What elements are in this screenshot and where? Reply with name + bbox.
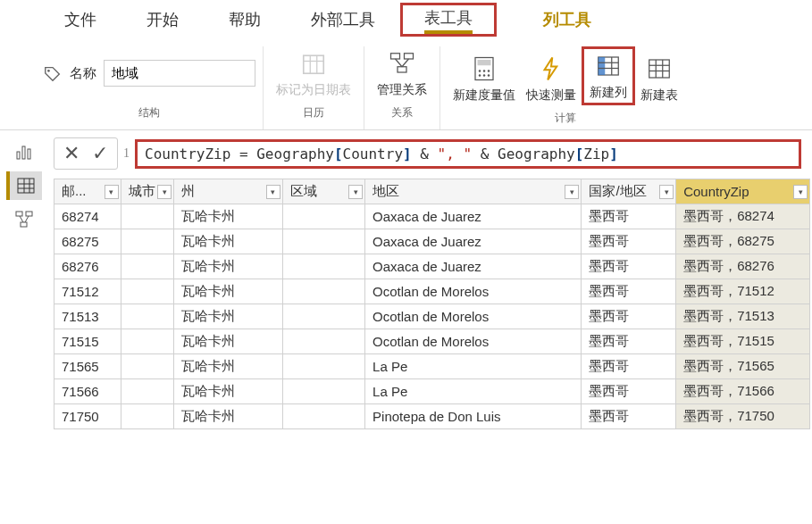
- cell[interactable]: 71513: [54, 304, 121, 329]
- table-row[interactable]: 71565瓦哈卡州La Pe墨西哥墨西哥，71565: [54, 354, 810, 379]
- table-row[interactable]: 71513瓦哈卡州Ocotlan de Morelos墨西哥墨西哥，71513: [54, 304, 810, 329]
- cell[interactable]: 71512: [54, 279, 121, 304]
- menu-ext-tools[interactable]: 外部工具: [286, 9, 400, 30]
- quick-measure-button[interactable]: 快速测量: [521, 52, 582, 105]
- cell[interactable]: 墨西哥: [582, 379, 676, 404]
- cell[interactable]: 墨西哥，71750: [676, 404, 810, 429]
- cell[interactable]: 墨西哥: [582, 404, 676, 429]
- cell[interactable]: [282, 354, 365, 379]
- cell[interactable]: [121, 279, 173, 304]
- formula-confirm-button[interactable]: ✓: [92, 142, 108, 165]
- cell[interactable]: 墨西哥，68276: [676, 254, 810, 279]
- cell[interactable]: 瓦哈卡州: [174, 329, 282, 354]
- cell[interactable]: 68276: [54, 254, 121, 279]
- cell[interactable]: 墨西哥: [582, 279, 676, 304]
- table-row[interactable]: 68276瓦哈卡州Oaxaca de Juarez墨西哥墨西哥，68276: [54, 254, 810, 279]
- cell[interactable]: [282, 379, 365, 404]
- cell[interactable]: Oaxaca de Juarez: [365, 254, 582, 279]
- cell[interactable]: [121, 404, 173, 429]
- cell[interactable]: 墨西哥，71513: [676, 304, 810, 329]
- cell[interactable]: 墨西哥: [582, 354, 676, 379]
- menu-file[interactable]: 文件: [39, 9, 121, 30]
- column-header[interactable]: 地区▾: [365, 179, 582, 204]
- menu-help[interactable]: 帮助: [204, 9, 286, 30]
- cell[interactable]: Ocotlan de Morelos: [365, 304, 582, 329]
- cell[interactable]: 墨西哥，71566: [676, 379, 810, 404]
- cell[interactable]: 墨西哥，68275: [676, 229, 810, 254]
- menu-column-tools[interactable]: 列工具: [518, 9, 616, 30]
- cell[interactable]: 瓦哈卡州: [174, 279, 282, 304]
- table-name-input[interactable]: [104, 60, 255, 87]
- data-grid[interactable]: 邮...▾城市▾州▾区域▾地区▾国家/地区▾CountryZip▾ 68274瓦…: [54, 179, 810, 429]
- cell[interactable]: Oaxaca de Juarez: [365, 229, 582, 254]
- cell[interactable]: Oaxaca de Juarez: [365, 204, 582, 229]
- cell[interactable]: [282, 229, 365, 254]
- new-table-button[interactable]: 新建表: [635, 52, 683, 105]
- cell[interactable]: 瓦哈卡州: [174, 354, 282, 379]
- column-header[interactable]: 州▾: [174, 179, 282, 204]
- manage-relationships-button[interactable]: 管理关系: [372, 46, 432, 100]
- cell[interactable]: La Pe: [365, 354, 582, 379]
- cell[interactable]: [282, 329, 365, 354]
- cell[interactable]: [282, 404, 365, 429]
- cell[interactable]: [121, 354, 173, 379]
- new-measure-button[interactable]: 新建度量值: [448, 52, 521, 105]
- cell[interactable]: 71750: [54, 404, 121, 429]
- table-row[interactable]: 71566瓦哈卡州La Pe墨西哥墨西哥，71566: [54, 379, 810, 404]
- cell[interactable]: 瓦哈卡州: [174, 254, 282, 279]
- cell[interactable]: [282, 304, 365, 329]
- cell[interactable]: Pinotepa de Don Luis: [365, 404, 582, 429]
- cell[interactable]: 墨西哥，71515: [676, 329, 810, 354]
- cell[interactable]: 墨西哥: [582, 254, 676, 279]
- formula-input[interactable]: CountryZip = Geography[Country] & ", " &…: [135, 139, 801, 169]
- column-filter-dropdown-icon[interactable]: ▾: [266, 185, 280, 199]
- cell[interactable]: [282, 204, 365, 229]
- cell[interactable]: [282, 279, 365, 304]
- menu-table-tools[interactable]: 表工具: [405, 7, 492, 34]
- formula-cancel-button[interactable]: ✕: [63, 142, 80, 165]
- cell[interactable]: 瓦哈卡州: [174, 229, 282, 254]
- cell[interactable]: [121, 204, 173, 229]
- column-filter-dropdown-icon[interactable]: ▾: [157, 185, 172, 199]
- cell[interactable]: La Pe: [365, 379, 582, 404]
- cell[interactable]: 71515: [54, 329, 121, 354]
- cell[interactable]: 瓦哈卡州: [174, 204, 282, 229]
- column-filter-dropdown-icon[interactable]: ▾: [659, 185, 674, 199]
- column-header[interactable]: 国家/地区▾: [582, 179, 676, 204]
- cell[interactable]: Ocotlan de Morelos: [365, 279, 582, 304]
- table-row[interactable]: 71512瓦哈卡州Ocotlan de Morelos墨西哥墨西哥，71512: [54, 279, 810, 304]
- cell[interactable]: 墨西哥: [582, 329, 676, 354]
- cell[interactable]: [121, 329, 173, 354]
- cell[interactable]: [121, 304, 173, 329]
- cell[interactable]: 71565: [54, 354, 121, 379]
- column-header[interactable]: CountryZip▾: [676, 179, 810, 204]
- table-row[interactable]: 71515瓦哈卡州Ocotlan de Morelos墨西哥墨西哥，71515: [54, 329, 810, 354]
- cell[interactable]: 68274: [54, 204, 121, 229]
- model-view-button[interactable]: [6, 205, 42, 234]
- column-header[interactable]: 区域▾: [282, 179, 365, 204]
- menu-home[interactable]: 开始: [121, 9, 204, 30]
- cell[interactable]: 瓦哈卡州: [174, 379, 282, 404]
- table-row[interactable]: 68275瓦哈卡州Oaxaca de Juarez墨西哥墨西哥，68275: [54, 229, 810, 254]
- report-view-button[interactable]: [6, 137, 42, 166]
- cell[interactable]: [282, 254, 365, 279]
- cell[interactable]: [121, 379, 173, 404]
- column-header[interactable]: 邮...▾: [54, 179, 121, 204]
- column-header[interactable]: 城市▾: [121, 179, 173, 204]
- cell[interactable]: 墨西哥，71565: [676, 354, 810, 379]
- cell[interactable]: 墨西哥，71512: [676, 279, 810, 304]
- cell[interactable]: [121, 254, 173, 279]
- table-row[interactable]: 71750瓦哈卡州Pinotepa de Don Luis墨西哥墨西哥，7175…: [54, 404, 810, 429]
- cell[interactable]: Ocotlan de Morelos: [365, 329, 582, 354]
- cell[interactable]: 68275: [54, 229, 121, 254]
- column-filter-dropdown-icon[interactable]: ▾: [793, 185, 808, 199]
- table-row[interactable]: 68274瓦哈卡州Oaxaca de Juarez墨西哥墨西哥，68274: [54, 204, 810, 229]
- new-column-button[interactable]: 新建列: [582, 46, 635, 105]
- column-filter-dropdown-icon[interactable]: ▾: [565, 185, 579, 199]
- data-view-button[interactable]: [6, 171, 42, 200]
- cell[interactable]: 墨西哥: [582, 229, 676, 254]
- cell[interactable]: 瓦哈卡州: [174, 404, 282, 429]
- cell[interactable]: 墨西哥: [582, 304, 676, 329]
- column-filter-dropdown-icon[interactable]: ▾: [348, 185, 363, 199]
- cell[interactable]: 瓦哈卡州: [174, 304, 282, 329]
